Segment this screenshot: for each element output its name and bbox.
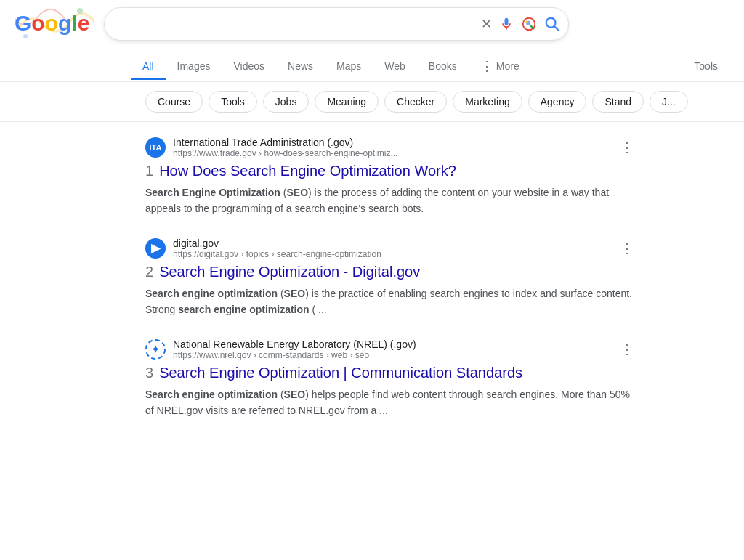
chips-bar: Course Tools Jobs Meaning Checker Market… [0,82,744,122]
result-1-url: https://www.trade.gov › how-does-search-… [173,148,397,158]
result-3-source: ✦ National Renewable Energy Laboratory (… [145,338,639,360]
results-container: ITA International Trade Administration (… [0,122,654,453]
google-logo: Google [15,11,89,36]
result-1-source-info: International Trade Administration (.gov… [173,137,397,158]
result-item-3: ✦ National Renewable Energy Laboratory (… [145,338,639,419]
google-lens-button[interactable] [521,16,537,32]
clear-button[interactable]: ✕ [481,16,492,32]
chip-course[interactable]: Course [145,91,203,113]
result-2-title-row: 2 Search Engine Optimization - Digital.g… [145,262,639,281]
logo-text: Google [15,11,89,36]
chip-meaning[interactable]: Meaning [315,91,379,113]
result-2-menu-button[interactable]: ⋮ [615,240,639,256]
result-3-number: 3 [145,365,153,381]
result-3-title[interactable]: Search Engine Optimization | Communicati… [159,363,522,382]
more-dots-icon: ⋮ [480,58,493,74]
result-2-favicon: ▶ [145,238,166,259]
result-1-source: ITA International Trade Administration (… [145,137,639,158]
search-button[interactable] [544,16,560,32]
nav-item-maps[interactable]: Maps [325,54,373,80]
svg-line-5 [555,26,559,30]
result-2-source-info: digital.gov https://digital.gov › topics… [173,238,381,259]
result-1-title[interactable]: How Does Search Engine Optimization Work… [159,161,456,180]
result-3-title-row: 3 Search Engine Optimization | Communica… [145,363,639,382]
result-3-snippet: Search engine optimization (SEO) helps p… [145,386,639,419]
lens-icon [521,16,537,32]
chip-tools[interactable]: Tools [209,91,257,113]
header: Google site:.gov SEO ✕ [0,0,744,46]
result-2-snippet: Search engine optimization (SEO) is the … [145,285,639,318]
result-3-source-info: National Renewable Energy Laboratory (NR… [173,338,416,360]
chip-jobs[interactable]: Jobs [263,91,310,113]
result-1-number: 1 [145,163,153,179]
result-1-favicon: ITA [145,137,166,158]
result-1-source-name: International Trade Administration (.gov… [173,137,397,148]
result-1-title-row: 1 How Does Search Engine Optimization Wo… [145,161,639,180]
result-1-menu-button[interactable]: ⋮ [615,139,639,155]
nav-item-images[interactable]: Images [166,54,222,80]
result-item-2: ▶ digital.gov https://digital.gov › topi… [145,238,639,318]
chip-more[interactable]: J... [650,91,688,113]
microphone-icon [499,17,514,31]
nav-item-more[interactable]: ⋮ More [469,52,531,82]
chip-checker[interactable]: Checker [384,91,447,113]
result-1-snippet: Search Engine Optimization (SEO) is the … [145,184,639,217]
result-2-source: ▶ digital.gov https://digital.gov › topi… [145,238,639,259]
search-bar-wrapper: site:.gov SEO ✕ [104,7,569,41]
result-2-title[interactable]: Search Engine Optimization - Digital.gov [159,262,420,281]
result-2-url: https://digital.gov › topics › search-en… [173,249,381,259]
result-item-1: ITA International Trade Administration (… [145,137,639,217]
nav-tools[interactable]: Tools [682,54,729,80]
result-2-source-name: digital.gov [173,238,381,249]
result-2-number: 2 [145,264,153,280]
result-3-source-name: National Renewable Energy Laboratory (NR… [173,338,416,350]
nav-item-all[interactable]: All [131,54,166,80]
result-3-menu-button[interactable]: ⋮ [615,341,639,357]
nav-bar: All Images Videos News Maps Web Books ⋮ … [0,46,744,82]
search-icons: ✕ [481,16,560,32]
result-3-favicon: ✦ [145,339,166,360]
nav-item-news[interactable]: News [276,54,325,80]
nav-item-videos[interactable]: Videos [222,54,276,80]
svg-point-3 [526,20,529,23]
voice-search-button[interactable] [499,17,514,31]
chip-stand[interactable]: Stand [592,91,644,113]
result-3-url: https://www.nrel.gov › comm-standards › … [173,350,416,360]
search-icon [544,16,560,32]
nav-item-web[interactable]: Web [373,54,417,80]
nav-item-books[interactable]: Books [417,54,469,80]
chip-agency[interactable]: Agency [528,91,587,113]
chip-marketing[interactable]: Marketing [453,91,522,113]
